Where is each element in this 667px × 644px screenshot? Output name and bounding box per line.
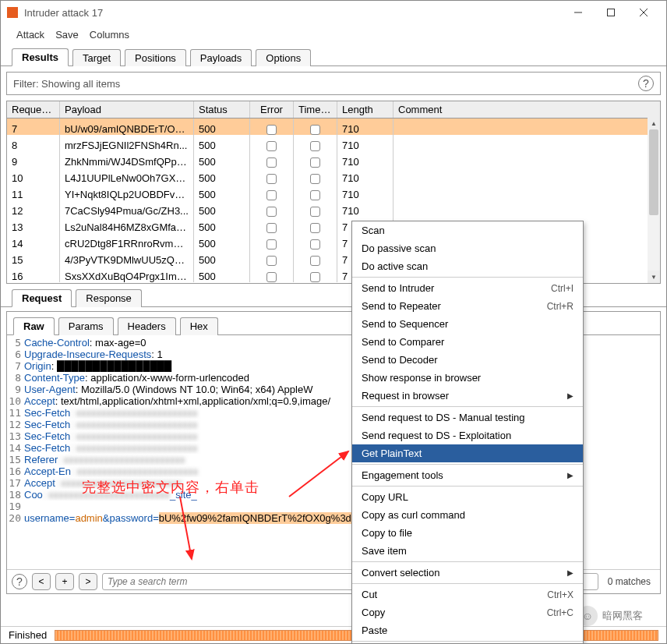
search-prev-button[interactable]: < bbox=[32, 573, 51, 590]
timeout-checkbox[interactable] bbox=[310, 174, 320, 184]
menu-item[interactable]: Send to Decoder bbox=[352, 351, 583, 369]
close-button[interactable] bbox=[627, 2, 660, 23]
menu-item[interactable]: CutCtrl+X bbox=[352, 586, 583, 603]
tab-headers[interactable]: Headers bbox=[118, 317, 176, 335]
error-checkbox[interactable] bbox=[266, 190, 277, 200]
timeout-checkbox[interactable] bbox=[310, 157, 320, 168]
window-title: Intruder attack 17 bbox=[24, 7, 562, 19]
menu-item[interactable]: Do active scan bbox=[352, 257, 583, 275]
svg-rect-1 bbox=[608, 9, 615, 16]
menu-item[interactable]: Send to IntruderCtrl+I bbox=[352, 279, 583, 297]
timeout-checkbox[interactable] bbox=[310, 190, 320, 200]
tab-request[interactable]: Request bbox=[12, 289, 72, 307]
menu-item[interactable]: Get PlainText bbox=[352, 444, 583, 462]
menu-item[interactable]: Paste bbox=[352, 621, 583, 639]
table-row[interactable]: 127CaCSly94Pmua/Gc/ZH3...500710 bbox=[7, 200, 660, 217]
tab-positions[interactable]: Positions bbox=[125, 49, 186, 66]
timeout-checkbox[interactable] bbox=[310, 141, 320, 151]
menu-columns[interactable]: Columns bbox=[86, 27, 132, 42]
menu-item[interactable]: Copy URL bbox=[352, 488, 583, 506]
menu-item[interactable]: CopyCtrl+C bbox=[352, 603, 583, 621]
error-checkbox[interactable] bbox=[266, 125, 277, 135]
timeout-checkbox[interactable] bbox=[310, 272, 320, 282]
table-row[interactable]: 11YI+Nqkt8IQLp2UOBDFvb...500710 bbox=[7, 184, 660, 200]
table-row[interactable]: 10L4J1UUPlLeNw0Oh7GXS...500710 bbox=[7, 168, 660, 184]
app-icon bbox=[7, 7, 18, 18]
error-checkbox[interactable] bbox=[266, 141, 277, 151]
menu-item[interactable]: Send to Comparer bbox=[352, 333, 583, 351]
menu-item[interactable]: Copy to file bbox=[352, 524, 583, 542]
col-payload[interactable]: Payload bbox=[60, 101, 194, 118]
menu-item[interactable]: Send request to DS - Manual testing bbox=[352, 409, 583, 426]
menu-item[interactable]: Copy as curl command bbox=[352, 506, 583, 524]
context-menu: ScanDo passive scanDo active scanSend to… bbox=[351, 221, 584, 644]
menu-item[interactable]: Save item bbox=[352, 542, 583, 560]
filter-text: Filter: Showing all items bbox=[13, 78, 638, 90]
menu-item[interactable]: Request in browser▶ bbox=[352, 387, 583, 405]
tab-payloads[interactable]: Payloads bbox=[190, 49, 252, 66]
watermark-text: 暗网黑客 bbox=[602, 609, 643, 623]
menu-item[interactable]: Send request to DS - Exploitation bbox=[352, 426, 583, 444]
status-text: Finished bbox=[9, 629, 47, 641]
table-row[interactable]: 7bU/w09/amIQNBDErT/OX...500710 bbox=[7, 119, 660, 135]
menu-separator bbox=[352, 583, 583, 584]
error-checkbox[interactable] bbox=[266, 256, 277, 266]
scroll-up-icon[interactable]: ▲ bbox=[648, 117, 660, 129]
error-checkbox[interactable] bbox=[266, 174, 277, 184]
menu-item[interactable]: Send to RepeaterCtrl+R bbox=[352, 297, 583, 315]
help-icon[interactable]: ? bbox=[638, 76, 654, 91]
menu-attack[interactable]: Attack bbox=[13, 27, 48, 42]
error-checkbox[interactable] bbox=[266, 157, 277, 168]
menu-save[interactable]: Save bbox=[52, 27, 82, 42]
minimize-button[interactable] bbox=[562, 2, 595, 23]
main-tabs: Results Target Positions Payloads Option… bbox=[1, 44, 666, 66]
menu-item[interactable]: Convert selection▶ bbox=[352, 564, 583, 582]
col-error[interactable]: Error bbox=[250, 101, 294, 118]
timeout-checkbox[interactable] bbox=[310, 256, 320, 266]
col-request[interactable]: Request▲ bbox=[7, 101, 60, 118]
scroll-thumb[interactable] bbox=[649, 129, 658, 215]
search-next-button[interactable]: > bbox=[79, 573, 97, 590]
error-checkbox[interactable] bbox=[266, 223, 277, 233]
menubar: Attack Save Columns bbox=[1, 24, 666, 44]
scroll-down-icon[interactable]: ▼ bbox=[648, 271, 660, 283]
tab-hex[interactable]: Hex bbox=[180, 317, 218, 335]
timeout-checkbox[interactable] bbox=[310, 207, 320, 217]
tab-params[interactable]: Params bbox=[58, 317, 114, 335]
tab-raw[interactable]: Raw bbox=[13, 317, 55, 335]
table-scrollbar[interactable]: ▲ ▼ bbox=[648, 117, 660, 283]
error-checkbox[interactable] bbox=[266, 272, 277, 282]
table-row[interactable]: 8mrzFSJjEGNIl2FNSh4Rn...500710 bbox=[7, 135, 660, 151]
table-row[interactable]: 9ZhkNmmi/WJ4DSmfQPpC...500710 bbox=[7, 151, 660, 168]
filter-bar[interactable]: Filter: Showing all items ? bbox=[6, 72, 661, 95]
window-titlebar: Intruder attack 17 bbox=[1, 1, 666, 24]
col-comment[interactable]: Comment bbox=[393, 101, 660, 118]
col-length[interactable]: Length bbox=[337, 101, 393, 118]
error-checkbox[interactable] bbox=[266, 207, 277, 217]
watermark: ☺ 暗网黑客 bbox=[577, 606, 643, 626]
col-status[interactable]: Status bbox=[194, 101, 250, 118]
menu-item[interactable]: Do passive scan bbox=[352, 239, 583, 257]
menu-item[interactable]: Send to Sequencer bbox=[352, 315, 583, 333]
search-help-icon[interactable]: ? bbox=[12, 574, 27, 589]
search-add-button[interactable]: + bbox=[55, 573, 74, 590]
col-timeout[interactable]: Timeout bbox=[294, 101, 337, 118]
timeout-checkbox[interactable] bbox=[310, 223, 320, 233]
menu-item[interactable]: Scan bbox=[352, 221, 583, 239]
tab-target[interactable]: Target bbox=[72, 49, 121, 66]
tab-results[interactable]: Results bbox=[12, 48, 69, 66]
menu-item[interactable]: Engagement tools▶ bbox=[352, 466, 583, 484]
timeout-checkbox[interactable] bbox=[310, 125, 320, 135]
menu-separator bbox=[352, 464, 583, 465]
tab-response[interactable]: Response bbox=[76, 289, 142, 307]
maximize-button[interactable] bbox=[595, 2, 627, 23]
menu-separator bbox=[352, 486, 583, 487]
menu-item[interactable]: Show response in browser bbox=[352, 369, 583, 387]
menu-separator bbox=[352, 641, 583, 642]
error-checkbox[interactable] bbox=[266, 239, 277, 249]
menu-separator bbox=[352, 406, 583, 407]
menu-separator bbox=[352, 277, 583, 278]
timeout-checkbox[interactable] bbox=[310, 239, 320, 249]
tab-options[interactable]: Options bbox=[256, 49, 311, 66]
search-matches: 0 matches bbox=[603, 576, 655, 587]
